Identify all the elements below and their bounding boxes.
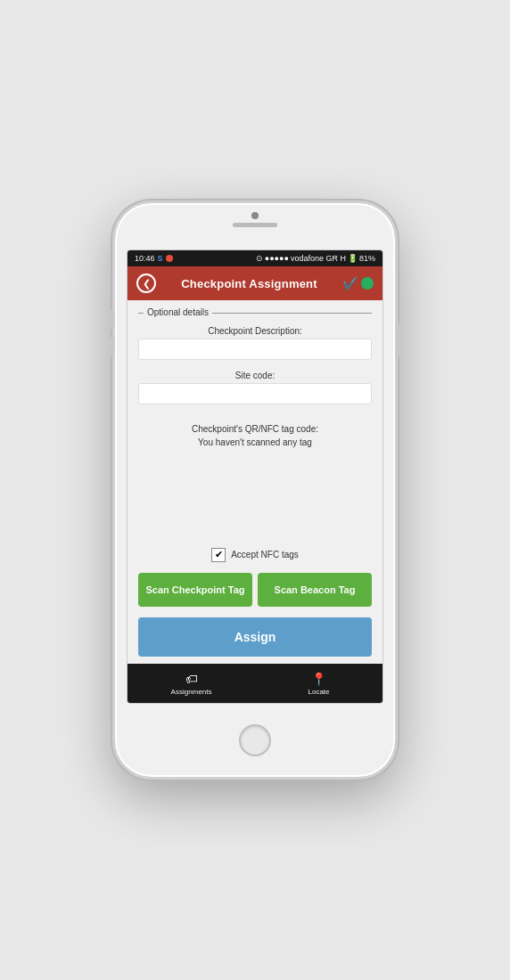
connection-status-dot [361, 277, 374, 290]
nav-item-assignments[interactable]: 🏷 Assignments [128, 664, 255, 703]
speaker [233, 223, 277, 227]
checkmark-icon: ✔️ [342, 276, 358, 290]
bottom-nav: 🏷 Assignments 📍 Locate [128, 664, 382, 703]
recording-indicator [166, 255, 173, 262]
optional-section: Optional details [138, 307, 372, 317]
locate-icon: 📍 [311, 672, 326, 686]
description-label: Checkpoint Description: [138, 326, 372, 336]
site-code-field-group: Site code: [138, 371, 372, 410]
status-left: 10:46 S [135, 254, 173, 263]
locate-label: Locate [308, 688, 329, 696]
description-field-group: Checkpoint Description: [138, 326, 372, 365]
scan-checkpoint-button[interactable]: Scan Checkpoint Tag [138, 573, 252, 607]
description-input[interactable] [138, 339, 372, 360]
site-code-label: Site code: [138, 371, 372, 380]
nfc-checkbox[interactable]: ✔ [211, 548, 226, 562]
phone-screen: 10:46 S ⊙ ●●●●● vodafone GR H 🔋 81% ❮ Ch… [127, 249, 383, 704]
nav-item-locate[interactable]: 📍 Locate [255, 664, 382, 703]
main-content: Optional details Checkpoint Description:… [128, 300, 382, 664]
header-icons: ✔️ [342, 276, 374, 290]
scan-beacon-button[interactable]: Scan Beacon Tag [258, 573, 372, 607]
front-camera [251, 212, 259, 219]
optional-section-label: Optional details [144, 307, 212, 317]
assign-button[interactable]: Assign [138, 617, 372, 657]
site-code-input[interactable] [138, 383, 372, 404]
phone-top-bar [115, 203, 395, 249]
volume-down-button[interactable] [111, 337, 114, 356]
phone-frame: 10:46 S ⊙ ●●●●● vodafone GR H 🔋 81% ❮ Ch… [112, 200, 398, 780]
volume-up-button[interactable] [111, 310, 114, 330]
nfc-checkmark: ✔ [215, 549, 223, 560]
assignments-label: Assignments [171, 688, 212, 696]
battery-icon: 🔋 [348, 254, 358, 263]
tag-info-line2: You haven't scanned any tag [138, 436, 372, 449]
phone-bottom [239, 704, 271, 777]
header-title: Checkpoint Assignment [156, 277, 342, 290]
tag-info: Checkpoint's QR/NFC tag code: You haven'… [138, 422, 372, 449]
status-right: ⊙ ●●●●● vodafone GR H 🔋 81% [256, 254, 375, 263]
skype-icon: S [158, 254, 163, 263]
scan-buttons-row: Scan Checkpoint Tag Scan Beacon Tag [138, 573, 372, 607]
signal-icon: ●●●●● [265, 254, 289, 263]
home-button[interactable] [239, 724, 271, 756]
tag-info-line1: Checkpoint's QR/NFC tag code: [138, 422, 372, 436]
assignments-icon: 🏷 [185, 672, 198, 686]
nfc-label: Accept NFC tags [231, 550, 299, 559]
spacer [138, 461, 372, 537]
status-time: 10:46 [135, 254, 155, 263]
back-button[interactable]: ❮ [136, 274, 156, 293]
app-header: ❮ Checkpoint Assignment ✔️ [128, 266, 382, 300]
carrier-name: vodafone GR H [291, 254, 346, 263]
battery-level: 81% [359, 254, 375, 263]
alarm-icon: ⊙ [256, 254, 263, 263]
power-button[interactable] [396, 323, 399, 357]
back-icon: ❮ [143, 278, 151, 290]
nfc-row: ✔ Accept NFC tags [138, 548, 372, 562]
status-bar: 10:46 S ⊙ ●●●●● vodafone GR H 🔋 81% [128, 250, 382, 266]
